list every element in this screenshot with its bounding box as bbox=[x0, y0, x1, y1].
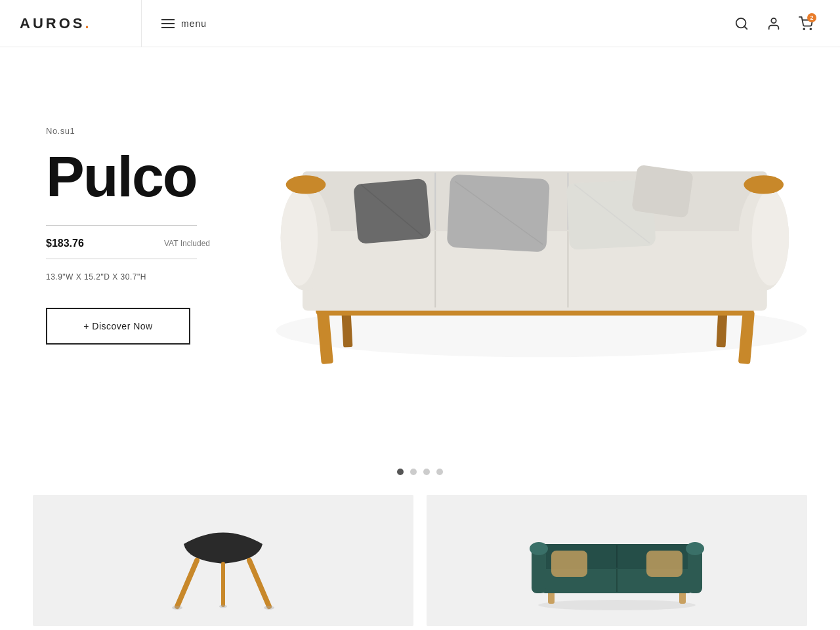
svg-line-1 bbox=[744, 26, 747, 29]
logo[interactable]: AUROS. bbox=[0, 15, 141, 32]
carousel-dots bbox=[0, 454, 840, 495]
logo-name: AUROS bbox=[20, 15, 85, 32]
logo-dot: . bbox=[85, 15, 91, 32]
stool-illustration bbox=[33, 495, 413, 626]
account-button[interactable] bbox=[759, 9, 788, 38]
hero-price: $183.76 bbox=[46, 238, 84, 249]
hero-divider-2 bbox=[46, 259, 197, 259]
account-icon bbox=[766, 16, 781, 31]
menu-button[interactable]: menu bbox=[141, 0, 226, 47]
hero-section: No.su1 Pulco $183.76 VAT Included 13.9"W… bbox=[0, 47, 840, 454]
svg-line-30 bbox=[177, 560, 197, 606]
small-sofa-svg bbox=[518, 508, 715, 613]
hero-vat: VAT Included bbox=[164, 239, 210, 248]
svg-point-18 bbox=[281, 190, 318, 286]
svg-point-33 bbox=[172, 606, 182, 610]
svg-point-22 bbox=[744, 175, 784, 194]
svg-line-31 bbox=[249, 560, 269, 606]
product-card-small-sofa[interactable] bbox=[427, 495, 807, 626]
carousel-dot-3[interactable] bbox=[423, 469, 430, 475]
small-sofa-illustration bbox=[427, 495, 807, 626]
svg-point-3 bbox=[803, 28, 805, 30]
svg-point-46 bbox=[530, 542, 548, 555]
cart-badge: 2 bbox=[807, 13, 816, 22]
header: AUROS. menu bbox=[0, 0, 840, 47]
svg-point-4 bbox=[810, 28, 811, 30]
svg-rect-29 bbox=[631, 165, 694, 219]
stool-svg bbox=[158, 508, 289, 613]
svg-rect-48 bbox=[646, 551, 682, 577]
svg-point-20 bbox=[752, 190, 789, 286]
search-icon bbox=[734, 16, 749, 31]
carousel-dot-4[interactable] bbox=[436, 469, 443, 475]
product-card-stool[interactable] bbox=[33, 495, 413, 626]
header-icons: 2 bbox=[727, 9, 840, 38]
hamburger-icon bbox=[161, 19, 175, 28]
svg-point-34 bbox=[264, 606, 274, 610]
hero-title: Pulco bbox=[46, 148, 210, 205]
carousel-dot-2[interactable] bbox=[410, 469, 417, 475]
product-grid bbox=[0, 495, 840, 626]
svg-point-2 bbox=[771, 18, 776, 22]
hero-price-row: $183.76 VAT Included bbox=[46, 238, 210, 249]
svg-rect-44 bbox=[688, 549, 702, 593]
carousel-dot-1[interactable] bbox=[397, 469, 404, 475]
hero-dimensions: 13.9"W X 15.2"D X 30.7"H bbox=[46, 272, 210, 282]
cart-button[interactable]: 2 bbox=[791, 9, 820, 38]
sofa-illustration bbox=[243, 47, 840, 388]
hero-content: No.su1 Pulco $183.76 VAT Included 13.9"W… bbox=[0, 47, 243, 454]
logo-text: AUROS. bbox=[20, 15, 92, 32]
svg-rect-43 bbox=[532, 549, 546, 593]
hero-subtitle: No.su1 bbox=[46, 126, 210, 136]
svg-point-35 bbox=[219, 605, 227, 608]
hero-image bbox=[243, 47, 840, 454]
discover-button[interactable]: + Discover Now bbox=[46, 308, 190, 345]
svg-rect-47 bbox=[551, 551, 587, 577]
search-button[interactable] bbox=[727, 9, 756, 38]
hero-divider bbox=[46, 225, 197, 226]
svg-point-36 bbox=[538, 600, 696, 610]
svg-point-45 bbox=[686, 542, 704, 555]
menu-label: menu bbox=[181, 18, 207, 29]
svg-point-21 bbox=[286, 175, 326, 194]
